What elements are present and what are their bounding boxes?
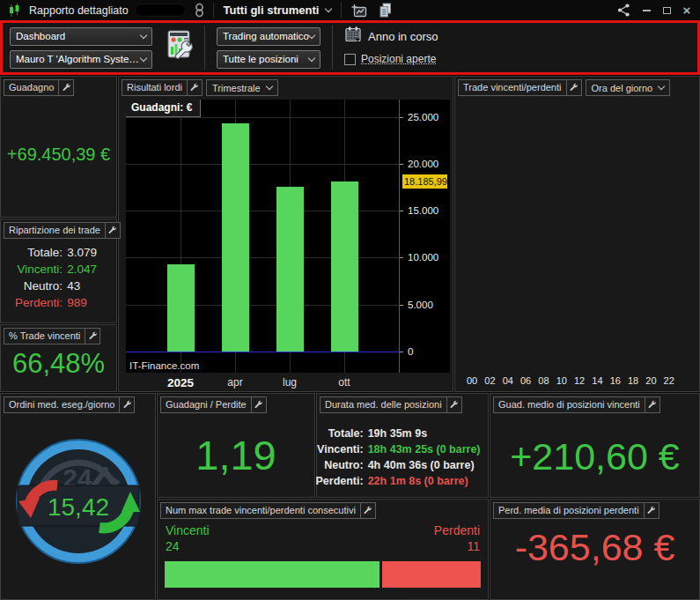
- calendar-icon: [344, 26, 362, 47]
- mode-dropdown[interactable]: Trading automatico: [217, 27, 321, 46]
- orders-per-day-title: Ordini med. eseg./giorno: [4, 397, 119, 412]
- orders-per-day-panel: Ordini med. eseg./giorno 24 15,42: [0, 393, 156, 600]
- open-positions-label[interactable]: Posizioni aperte: [361, 53, 436, 65]
- hour-chart-title: Trade vincenti/perdenti: [459, 80, 566, 95]
- hour-chart-labels: 000204060810121416182022: [467, 375, 678, 388]
- wrench-icon[interactable]: [446, 397, 461, 412]
- last-value-tag: 18.185,99: [402, 174, 447, 189]
- avg-win-title: Guad. medio di posizioni vincenti: [494, 397, 645, 412]
- duration-total-label: Totale:: [315, 427, 363, 440]
- wrench-icon[interactable]: [105, 223, 120, 238]
- chevron-down-icon: [658, 83, 665, 90]
- window-title: Rapporto dettagliato: [29, 4, 129, 17]
- wrench-icon[interactable]: [85, 329, 99, 344]
- max-consecutive-loss-value: 11: [467, 539, 480, 553]
- instruments-dropdown-label: Tutti gli strumenti: [224, 4, 320, 17]
- chart-watermark: IT-Finance.com: [129, 360, 199, 371]
- avg-duration-panel: Durata med. delle posizioni Totale:19h 3…: [316, 393, 489, 498]
- chevron-down-icon: [265, 83, 272, 90]
- breakdown-wins-label: Vincenti:: [15, 263, 63, 276]
- max-consecutive-panel: Num max trade vincenti/perdenti consecut…: [157, 499, 489, 600]
- report-toolbar: Dashboard Mauro T 'Algorithm System'** T…: [0, 20, 700, 75]
- avg-loss-value: -365,68 €: [490, 526, 699, 569]
- copy-report-icon[interactable]: [376, 2, 394, 19]
- view-dropdown[interactable]: Dashboard: [10, 27, 152, 46]
- max-consecutive-loss-bar: [382, 561, 481, 588]
- maximize-icon[interactable]: [659, 4, 674, 18]
- wrench-icon[interactable]: [251, 397, 266, 412]
- breakdown-losses-label: Perdenti:: [15, 296, 63, 309]
- period-label: Anno in corso: [368, 30, 438, 43]
- profit-factor-title: Guadagni / Perdite: [161, 397, 251, 412]
- gain-panel: Guadagno +69.450,39 €: [0, 76, 117, 218]
- max-consecutive-win-value: 24: [166, 539, 180, 553]
- avg-win-panel: Guad. medio di posizioni vincenti +210,6…: [490, 393, 700, 498]
- minimize-icon[interactable]: [639, 4, 653, 18]
- breakdown-losses-value: 989: [67, 296, 97, 309]
- wrench-icon[interactable]: [187, 80, 202, 95]
- breakdown-total-label: Totale:: [15, 246, 63, 259]
- hour-chart-panel: Trade vincenti/perdenti Ora del giorno 0…: [454, 76, 700, 392]
- chevron-down-icon: [325, 5, 332, 12]
- instruments-dropdown[interactable]: Tutti gli strumenti: [220, 4, 335, 17]
- system-dropdown-label: Mauro T 'Algorithm System'**: [16, 54, 141, 64]
- wrench-icon[interactable]: [58, 80, 73, 95]
- titlebar: Rapporto dettagliato Tutti gli strumenti…: [0, 0, 700, 20]
- mode-dropdown-label: Trading automatico: [223, 31, 309, 41]
- trade-breakdown-rows: Totale:3.079 Vincenti:2.047 Neutro:43 Pe…: [1, 246, 111, 309]
- hour-chart-grouping-label: Ora del giorno: [592, 83, 653, 93]
- report-settings-icon[interactable]: [165, 29, 195, 66]
- avg-win-value: +210,60 €: [490, 435, 699, 478]
- report-window: Rapporto dettagliato Tutti gli strumenti…: [0, 0, 700, 600]
- wrench-icon[interactable]: [360, 503, 375, 518]
- period-selector[interactable]: Anno in corso: [344, 27, 438, 46]
- win-rate-title: % Trade vincenti: [4, 329, 85, 344]
- system-dropdown[interactable]: Mauro T 'Algorithm System'**: [10, 50, 152, 69]
- max-consecutive-loss-label: Perdenti: [434, 523, 480, 537]
- gross-results-chart: Guadagni: € IT-Finance.com 05.00010.0001…: [126, 100, 450, 373]
- max-consecutive-win-bar: [165, 561, 379, 588]
- chevron-down-icon: [140, 54, 147, 61]
- candlestick-icon: [6, 2, 23, 19]
- win-rate-panel: % Trade vincenti 66,48%: [0, 324, 117, 392]
- gross-results-period-label: Trimestrale: [212, 83, 261, 93]
- toolbar-separator: [204, 26, 205, 70]
- chevron-down-icon: [308, 31, 315, 38]
- gross-results-period-dropdown[interactable]: Trimestrale: [206, 79, 278, 96]
- positions-dropdown-label: Tutte le posizioni: [223, 54, 298, 64]
- gauge-icon: 24 15,42: [1, 394, 157, 600]
- wrench-icon[interactable]: [645, 397, 659, 412]
- wrench-icon[interactable]: [566, 80, 581, 95]
- duration-total-value: 19h 35m 9s: [368, 427, 481, 440]
- positions-dropdown[interactable]: Tutte le posizioni: [217, 50, 321, 69]
- hour-chart-grouping-dropdown[interactable]: Ora del giorno: [586, 79, 671, 96]
- add-chart-icon[interactable]: [348, 2, 370, 19]
- max-consecutive-win-label: Vincenti: [166, 523, 210, 537]
- avg-duration-title: Durata med. delle posizioni: [321, 397, 446, 412]
- chevron-down-icon: [140, 31, 147, 38]
- wrench-icon[interactable]: [119, 397, 134, 412]
- duration-wins-value: 18h 43m 25s (0 barre): [368, 443, 481, 456]
- max-consecutive-bar: [165, 561, 481, 588]
- link-icon[interactable]: [192, 2, 207, 19]
- trade-breakdown-title: Ripartizione dei trade: [4, 223, 105, 238]
- breakdown-wins-value: 2.047: [67, 263, 97, 276]
- gross-results-plot: Guadagni: € IT-Finance.com: [126, 100, 399, 373]
- duration-losses-label: Perdenti:: [315, 475, 363, 487]
- avg-duration-rows: Totale:19h 35m 9s Vincenti:18h 43m 25s (…: [317, 427, 479, 487]
- breakdown-neutral-label: Neutro:: [15, 279, 63, 293]
- gross-results-title: Risultati lordi: [122, 80, 187, 95]
- wrench-icon[interactable]: [644, 503, 659, 518]
- open-positions-checkbox[interactable]: [344, 54, 356, 65]
- view-dropdown-label: Dashboard: [16, 31, 65, 41]
- max-consecutive-title: Num max trade vincenti/perdenti consecut…: [161, 503, 360, 518]
- titlebar-separator: [341, 3, 342, 19]
- chevron-down-icon: [308, 54, 315, 61]
- avg-loss-panel: Perd. media di posizioni perdenti -365,6…: [490, 499, 700, 600]
- orders-per-day-value: 15,42: [48, 493, 109, 521]
- gain-panel-title: Guadagno: [4, 80, 58, 95]
- duration-neutral-label: Neutro:: [315, 459, 363, 471]
- win-rate-value: 66,48%: [1, 348, 116, 380]
- close-icon[interactable]: ×: [680, 4, 694, 18]
- share-icon[interactable]: [615, 2, 633, 19]
